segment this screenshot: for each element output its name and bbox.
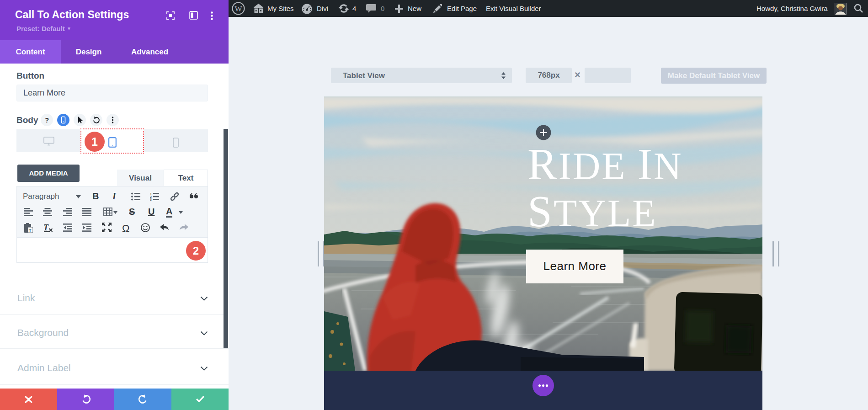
svg-text:T: T — [43, 224, 49, 232]
svg-text:3: 3 — [150, 198, 152, 201]
svg-text:T: T — [29, 228, 32, 233]
svg-text:W: W — [234, 5, 242, 13]
